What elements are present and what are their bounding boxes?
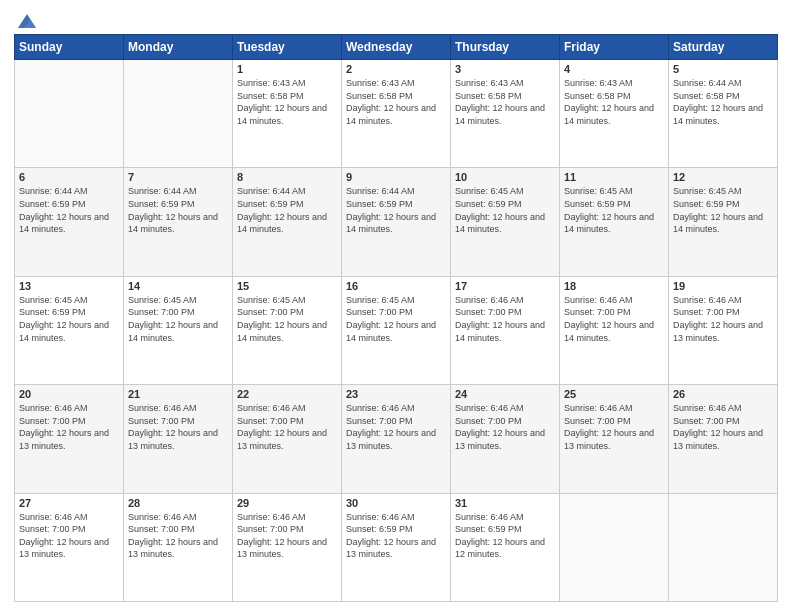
day-number: 11: [564, 171, 664, 183]
weekday-header-friday: Friday: [560, 35, 669, 60]
page: SundayMondayTuesdayWednesdayThursdayFrid…: [0, 0, 792, 612]
day-info: Sunrise: 6:43 AM Sunset: 6:58 PM Dayligh…: [346, 77, 446, 127]
calendar-week-row: 6Sunrise: 6:44 AM Sunset: 6:59 PM Daylig…: [15, 168, 778, 276]
calendar-cell: 8Sunrise: 6:44 AM Sunset: 6:59 PM Daylig…: [233, 168, 342, 276]
day-info: Sunrise: 6:46 AM Sunset: 7:00 PM Dayligh…: [237, 402, 337, 452]
day-number: 17: [455, 280, 555, 292]
day-number: 3: [455, 63, 555, 75]
calendar-cell: 9Sunrise: 6:44 AM Sunset: 6:59 PM Daylig…: [342, 168, 451, 276]
day-number: 5: [673, 63, 773, 75]
day-number: 12: [673, 171, 773, 183]
day-number: 18: [564, 280, 664, 292]
day-number: 27: [19, 497, 119, 509]
calendar-cell: 21Sunrise: 6:46 AM Sunset: 7:00 PM Dayli…: [124, 385, 233, 493]
day-number: 19: [673, 280, 773, 292]
day-info: Sunrise: 6:45 AM Sunset: 6:59 PM Dayligh…: [455, 185, 555, 235]
calendar-cell: 17Sunrise: 6:46 AM Sunset: 7:00 PM Dayli…: [451, 276, 560, 384]
day-number: 30: [346, 497, 446, 509]
calendar-cell: 30Sunrise: 6:46 AM Sunset: 6:59 PM Dayli…: [342, 493, 451, 601]
day-info: Sunrise: 6:43 AM Sunset: 6:58 PM Dayligh…: [455, 77, 555, 127]
calendar-cell: 10Sunrise: 6:45 AM Sunset: 6:59 PM Dayli…: [451, 168, 560, 276]
day-info: Sunrise: 6:46 AM Sunset: 6:59 PM Dayligh…: [455, 511, 555, 561]
day-info: Sunrise: 6:45 AM Sunset: 7:00 PM Dayligh…: [346, 294, 446, 344]
day-info: Sunrise: 6:46 AM Sunset: 7:00 PM Dayligh…: [19, 511, 119, 561]
calendar-cell: 29Sunrise: 6:46 AM Sunset: 7:00 PM Dayli…: [233, 493, 342, 601]
day-number: 2: [346, 63, 446, 75]
calendar-cell: [560, 493, 669, 601]
day-number: 23: [346, 388, 446, 400]
header: [14, 10, 778, 28]
calendar-cell: [124, 60, 233, 168]
day-number: 26: [673, 388, 773, 400]
day-number: 9: [346, 171, 446, 183]
day-number: 20: [19, 388, 119, 400]
calendar-week-row: 13Sunrise: 6:45 AM Sunset: 6:59 PM Dayli…: [15, 276, 778, 384]
day-info: Sunrise: 6:43 AM Sunset: 6:58 PM Dayligh…: [564, 77, 664, 127]
day-number: 22: [237, 388, 337, 400]
calendar-cell: 4Sunrise: 6:43 AM Sunset: 6:58 PM Daylig…: [560, 60, 669, 168]
calendar-cell: 2Sunrise: 6:43 AM Sunset: 6:58 PM Daylig…: [342, 60, 451, 168]
calendar-cell: 20Sunrise: 6:46 AM Sunset: 7:00 PM Dayli…: [15, 385, 124, 493]
calendar-cell: 6Sunrise: 6:44 AM Sunset: 6:59 PM Daylig…: [15, 168, 124, 276]
day-number: 8: [237, 171, 337, 183]
day-number: 14: [128, 280, 228, 292]
day-info: Sunrise: 6:46 AM Sunset: 7:00 PM Dayligh…: [564, 294, 664, 344]
day-number: 28: [128, 497, 228, 509]
day-info: Sunrise: 6:46 AM Sunset: 7:00 PM Dayligh…: [455, 294, 555, 344]
weekday-header-thursday: Thursday: [451, 35, 560, 60]
weekday-header-tuesday: Tuesday: [233, 35, 342, 60]
day-info: Sunrise: 6:46 AM Sunset: 7:00 PM Dayligh…: [673, 294, 773, 344]
day-info: Sunrise: 6:45 AM Sunset: 6:59 PM Dayligh…: [19, 294, 119, 344]
weekday-header-row: SundayMondayTuesdayWednesdayThursdayFrid…: [15, 35, 778, 60]
day-info: Sunrise: 6:46 AM Sunset: 7:00 PM Dayligh…: [564, 402, 664, 452]
day-number: 31: [455, 497, 555, 509]
day-number: 29: [237, 497, 337, 509]
day-info: Sunrise: 6:46 AM Sunset: 6:59 PM Dayligh…: [346, 511, 446, 561]
day-info: Sunrise: 6:44 AM Sunset: 6:59 PM Dayligh…: [237, 185, 337, 235]
day-info: Sunrise: 6:44 AM Sunset: 6:58 PM Dayligh…: [673, 77, 773, 127]
logo: [14, 10, 38, 28]
day-number: 13: [19, 280, 119, 292]
day-number: 21: [128, 388, 228, 400]
calendar-cell: 1Sunrise: 6:43 AM Sunset: 6:58 PM Daylig…: [233, 60, 342, 168]
day-number: 7: [128, 171, 228, 183]
calendar-cell: 14Sunrise: 6:45 AM Sunset: 7:00 PM Dayli…: [124, 276, 233, 384]
calendar-cell: 22Sunrise: 6:46 AM Sunset: 7:00 PM Dayli…: [233, 385, 342, 493]
calendar-cell: [669, 493, 778, 601]
day-info: Sunrise: 6:45 AM Sunset: 7:00 PM Dayligh…: [237, 294, 337, 344]
weekday-header-monday: Monday: [124, 35, 233, 60]
weekday-header-saturday: Saturday: [669, 35, 778, 60]
weekday-header-wednesday: Wednesday: [342, 35, 451, 60]
day-info: Sunrise: 6:43 AM Sunset: 6:58 PM Dayligh…: [237, 77, 337, 127]
calendar-cell: 19Sunrise: 6:46 AM Sunset: 7:00 PM Dayli…: [669, 276, 778, 384]
calendar-week-row: 1Sunrise: 6:43 AM Sunset: 6:58 PM Daylig…: [15, 60, 778, 168]
weekday-header-sunday: Sunday: [15, 35, 124, 60]
calendar-cell: 13Sunrise: 6:45 AM Sunset: 6:59 PM Dayli…: [15, 276, 124, 384]
day-number: 24: [455, 388, 555, 400]
day-info: Sunrise: 6:46 AM Sunset: 7:00 PM Dayligh…: [19, 402, 119, 452]
calendar-cell: 24Sunrise: 6:46 AM Sunset: 7:00 PM Dayli…: [451, 385, 560, 493]
calendar-cell: 23Sunrise: 6:46 AM Sunset: 7:00 PM Dayli…: [342, 385, 451, 493]
calendar-cell: 16Sunrise: 6:45 AM Sunset: 7:00 PM Dayli…: [342, 276, 451, 384]
day-info: Sunrise: 6:44 AM Sunset: 6:59 PM Dayligh…: [128, 185, 228, 235]
day-info: Sunrise: 6:46 AM Sunset: 7:00 PM Dayligh…: [128, 511, 228, 561]
calendar-cell: 3Sunrise: 6:43 AM Sunset: 6:58 PM Daylig…: [451, 60, 560, 168]
logo-icon: [16, 10, 38, 32]
calendar-cell: 31Sunrise: 6:46 AM Sunset: 6:59 PM Dayli…: [451, 493, 560, 601]
day-number: 25: [564, 388, 664, 400]
calendar-cell: 26Sunrise: 6:46 AM Sunset: 7:00 PM Dayli…: [669, 385, 778, 493]
calendar-cell: 15Sunrise: 6:45 AM Sunset: 7:00 PM Dayli…: [233, 276, 342, 384]
day-number: 15: [237, 280, 337, 292]
calendar-week-row: 20Sunrise: 6:46 AM Sunset: 7:00 PM Dayli…: [15, 385, 778, 493]
day-info: Sunrise: 6:45 AM Sunset: 6:59 PM Dayligh…: [673, 185, 773, 235]
calendar-cell: 7Sunrise: 6:44 AM Sunset: 6:59 PM Daylig…: [124, 168, 233, 276]
day-number: 10: [455, 171, 555, 183]
calendar-cell: 27Sunrise: 6:46 AM Sunset: 7:00 PM Dayli…: [15, 493, 124, 601]
calendar-cell: 12Sunrise: 6:45 AM Sunset: 6:59 PM Dayli…: [669, 168, 778, 276]
calendar-table: SundayMondayTuesdayWednesdayThursdayFrid…: [14, 34, 778, 602]
calendar-cell: 11Sunrise: 6:45 AM Sunset: 6:59 PM Dayli…: [560, 168, 669, 276]
day-info: Sunrise: 6:46 AM Sunset: 7:00 PM Dayligh…: [346, 402, 446, 452]
day-number: 1: [237, 63, 337, 75]
calendar-cell: 25Sunrise: 6:46 AM Sunset: 7:00 PM Dayli…: [560, 385, 669, 493]
day-info: Sunrise: 6:46 AM Sunset: 7:00 PM Dayligh…: [673, 402, 773, 452]
